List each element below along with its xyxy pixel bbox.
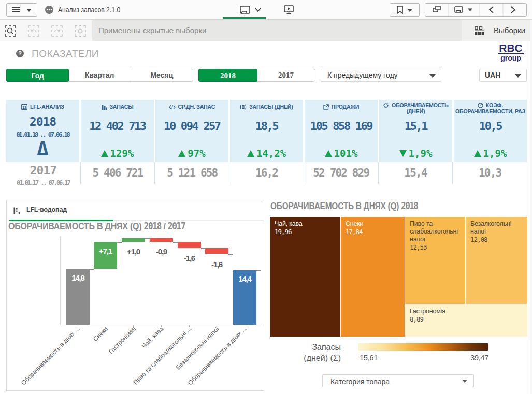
svg-text:12: 12 xyxy=(23,106,27,109)
